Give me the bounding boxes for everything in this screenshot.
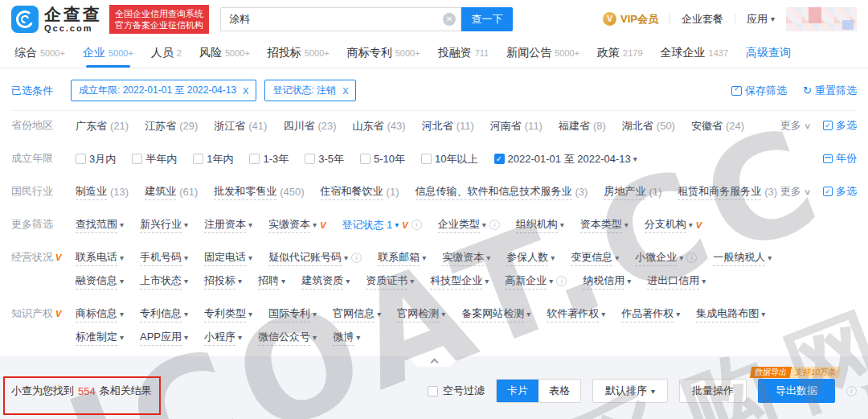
search-input[interactable]	[220, 7, 461, 31]
more-filters-item[interactable]: 资本类型▾	[580, 217, 628, 233]
intellectual-property-item[interactable]: 备案网站检测▾	[461, 306, 530, 322]
province-item[interactable]: 安徽省(24)	[691, 119, 744, 134]
intellectual-property-item[interactable]: 专利类型▾	[204, 306, 252, 322]
clear-search-icon[interactable]: ✕	[443, 13, 456, 26]
tab-综合[interactable]: 综合5000+	[14, 38, 65, 68]
intellectual-property-item[interactable]: 作品著作权▾	[621, 306, 680, 322]
business-status-item[interactable]: 进出口信用▾	[647, 273, 706, 290]
tab-商标专利[interactable]: 商标专利5000+	[347, 38, 420, 68]
industry-item[interactable]: 制造业(13)	[76, 184, 129, 200]
intellectual-property-item[interactable]: APP应用▾	[140, 330, 188, 346]
business-status-item[interactable]: 参保人数▾	[506, 250, 555, 266]
tab-风险[interactable]: 风险5000+	[199, 38, 250, 68]
selected-condition-tag[interactable]: 登记状态: 注销X	[264, 80, 356, 101]
checkbox-icon[interactable]	[360, 154, 371, 164]
qcc-logo[interactable]: 企查查 Qcc.com	[11, 6, 102, 33]
province-action-item[interactable]: ✓多选	[823, 118, 857, 133]
business-status-item[interactable]: 招投标▾	[204, 273, 242, 290]
industry-item[interactable]: 信息传输、软件和信息技术服务业(3)	[416, 184, 588, 200]
checkbox-icon[interactable]: ✓	[494, 154, 505, 164]
intellectual-property-item[interactable]: 微博▾	[333, 330, 360, 346]
province-item[interactable]: 河北省(11)	[422, 119, 474, 134]
industry-item[interactable]: 建筑业(61)	[145, 184, 198, 200]
reset-filter-button[interactable]: ↻ 重置筛选	[803, 84, 857, 98]
business-status-item[interactable]: 疑似代记账号码▾i	[268, 250, 362, 266]
more-filters-item[interactable]: 查找范围▾	[76, 217, 124, 233]
industry-action-item[interactable]: 更多∨	[780, 184, 810, 199]
more-filters-item[interactable]: 新兴行业▾	[140, 217, 188, 233]
founded-years-item[interactable]: 10年以上	[421, 152, 477, 166]
checkbox-icon[interactable]	[305, 154, 315, 164]
apps-menu[interactable]: 应用 ▾	[747, 12, 775, 27]
business-status-item[interactable]: 融资信息▾	[76, 273, 124, 290]
enterprise-package-link[interactable]: 企业套餐	[682, 12, 723, 27]
founded-years-item[interactable]: 5-10年	[360, 152, 405, 166]
selected-condition-tag[interactable]: 成立年限: 2022-01-01 至 2022-04-13X	[71, 80, 256, 101]
province-item[interactable]: 福建省(8)	[559, 119, 606, 134]
business-status-item[interactable]: 高新企业▾i	[505, 273, 567, 290]
empty-number-filter-checkbox[interactable]: 空号过滤	[428, 384, 485, 398]
business-status-item[interactable]: 招聘▾	[258, 273, 285, 290]
industry-action-item[interactable]: ✓多选	[823, 184, 857, 199]
view-card-segment[interactable]: 卡片	[497, 380, 538, 402]
founded-years-item[interactable]: 3月内	[76, 152, 116, 166]
business-status-item[interactable]: 建筑资质▾	[301, 273, 350, 290]
founded-years-item[interactable]: 1年内	[193, 152, 233, 166]
more-filters-item[interactable]: 分支机构▾V	[645, 217, 702, 233]
founded-years-item[interactable]: 半年内	[132, 152, 177, 166]
business-status-item[interactable]: 上市状态▾	[140, 273, 188, 290]
province-action-item[interactable]: 更多∨	[780, 118, 810, 133]
checkbox-icon[interactable]	[193, 154, 203, 164]
more-filters-item[interactable]: 注册资本▾	[204, 217, 252, 233]
sort-button[interactable]: 默认排序 ▾	[592, 379, 668, 403]
intellectual-property-item[interactable]: 微信公众号▾	[258, 330, 317, 346]
province-item[interactable]: 四川省(23)	[283, 119, 336, 134]
more-filters-item[interactable]: 实缴资本▾V	[268, 217, 326, 233]
tab-新闻公告[interactable]: 新闻公告5000+	[506, 38, 579, 68]
intellectual-property-item[interactable]: 标准制定▾	[76, 330, 124, 346]
tab-企业[interactable]: 企业5000+	[83, 38, 133, 68]
intellectual-property-item[interactable]: 官网信息▾	[333, 306, 381, 322]
business-status-item[interactable]: 资质证书▾	[366, 273, 414, 290]
export-data-button[interactable]: 导出数据	[758, 379, 835, 403]
business-status-item[interactable]: 实缴资本▾	[442, 250, 490, 266]
more-filters-item[interactable]: 企业类型▾i	[438, 217, 500, 233]
business-status-item[interactable]: 固定电话▾	[204, 250, 252, 266]
tab-政策[interactable]: 政策2179	[597, 38, 642, 68]
founded-years-item[interactable]: 3-5年	[305, 152, 344, 166]
search-button[interactable]: 查一下	[461, 7, 513, 31]
industry-item[interactable]: 房地产业(1)	[604, 184, 661, 200]
founded-years-action-item[interactable]: 年份	[823, 151, 857, 166]
industry-item[interactable]: 批发和零售业(450)	[214, 184, 304, 200]
tab-全球企业[interactable]: 全球企业1437	[661, 38, 728, 68]
intellectual-property-item[interactable]: 官网检测▾	[397, 306, 445, 322]
more-filters-item[interactable]: 登记状态 1▾Vi	[342, 218, 421, 232]
tab-招投标[interactable]: 招投标5000+	[268, 38, 330, 68]
vip-member-link[interactable]: V VIP会员	[603, 12, 658, 27]
founded-years-item[interactable]: 1-3年	[249, 152, 289, 166]
industry-item[interactable]: 租赁和商务服务业(3)	[678, 184, 777, 200]
more-filters-item[interactable]: 组织机构▾	[516, 217, 564, 233]
intellectual-property-item[interactable]: 小程序▾	[204, 330, 242, 346]
tab-人员[interactable]: 人员2	[151, 38, 182, 68]
remove-condition-icon[interactable]: X	[342, 86, 348, 96]
province-item[interactable]: 湖北省(50)	[622, 119, 675, 134]
business-status-item[interactable]: 联系邮箱▾	[378, 250, 426, 266]
business-status-item[interactable]: 小微企业▾i	[635, 250, 697, 266]
province-item[interactable]: 山东省(43)	[353, 119, 406, 134]
province-item[interactable]: 浙江省(41)	[214, 119, 267, 134]
info-icon[interactable]: i	[846, 386, 857, 396]
batch-actions-button[interactable]: 批量操作	[679, 379, 747, 403]
collapse-panel-button[interactable]	[407, 356, 461, 367]
tab-投融资[interactable]: 投融资711	[438, 38, 489, 68]
business-status-item[interactable]: 纳税信用▾	[583, 273, 631, 290]
business-status-item[interactable]: 手机号码▾	[140, 250, 188, 266]
province-item[interactable]: 江苏省(29)	[145, 119, 198, 134]
view-table-segment[interactable]: 表格	[538, 380, 580, 402]
tab-高级查询[interactable]: 高级查询	[746, 38, 791, 68]
remove-condition-icon[interactable]: X	[243, 86, 248, 96]
checkbox-icon[interactable]	[249, 154, 260, 164]
founded-years-item[interactable]: ✓2022-01-01 至 2022-04-13▾	[494, 152, 637, 166]
intellectual-property-item[interactable]: 软件著作权▾	[547, 306, 605, 322]
industry-item[interactable]: 住宿和餐饮业(1)	[321, 184, 399, 200]
